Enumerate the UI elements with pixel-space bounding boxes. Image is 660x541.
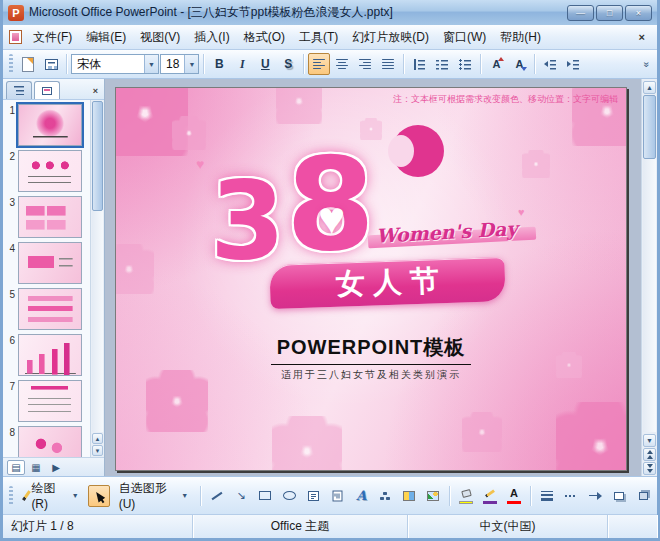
font-name-combo[interactable]: 宋体 ▼	[71, 54, 159, 74]
slide[interactable]: 注：文本框可根据需求改变颜色、移动位置：文字可编辑 ♥ 3 8 ♥ Women'…	[115, 87, 627, 471]
menu-file[interactable]: 文件(F)	[26, 26, 79, 49]
diagram-button[interactable]	[374, 485, 396, 507]
panel-scrollbar[interactable]: ▲ ▼	[90, 100, 104, 457]
line-tool-button[interactable]	[206, 485, 228, 507]
close-document-icon[interactable]: ×	[631, 29, 653, 45]
slide-thumbnail-4[interactable]: 4	[5, 242, 89, 284]
next-slide-button[interactable]	[643, 462, 656, 475]
slide-thumbnail-image[interactable]	[18, 426, 82, 457]
panel-close-icon[interactable]: ×	[93, 86, 101, 99]
text-shadow-button[interactable]: S	[277, 53, 299, 75]
scrollbar-track[interactable]	[643, 95, 656, 432]
menu-slideshow[interactable]: 幻灯片放映(D)	[345, 26, 436, 49]
grow-font-button[interactable]: A	[485, 53, 507, 75]
slide-thumbnail-3[interactable]: 3	[5, 196, 89, 238]
slideshow-button[interactable]: ▶	[47, 460, 65, 475]
close-button[interactable]: ×	[625, 5, 652, 21]
align-justify-button[interactable]	[377, 53, 399, 75]
menu-window[interactable]: 窗口(W)	[436, 26, 493, 49]
slide-thumbnail-image[interactable]	[18, 380, 82, 422]
menu-tools[interactable]: 工具(T)	[292, 26, 345, 49]
shadow-style-button[interactable]	[608, 485, 630, 507]
increase-indent-button[interactable]	[562, 53, 584, 75]
menu-view[interactable]: 视图(V)	[133, 26, 187, 49]
scrollbar-thumb[interactable]	[643, 95, 656, 159]
slide-canvas[interactable]: 注：文本框可根据需求改变颜色、移动位置：文字可编辑 ♥ 3 8 ♥ Women'…	[105, 79, 641, 476]
wordart-button[interactable]: A	[350, 485, 372, 507]
slide-thumbnail-5[interactable]: 5	[5, 288, 89, 330]
align-right-button[interactable]	[354, 53, 376, 75]
slide-thumbnail-2[interactable]: 2	[5, 150, 89, 192]
tab-outline[interactable]	[6, 81, 32, 99]
previous-slide-button[interactable]	[643, 448, 656, 461]
decrease-indent-button[interactable]	[539, 53, 561, 75]
menu-help[interactable]: 帮助(H)	[493, 26, 548, 49]
textbox-tool-button[interactable]	[302, 485, 324, 507]
bullets-button[interactable]	[454, 53, 476, 75]
minimize-button[interactable]: —	[567, 5, 594, 21]
arrow-tool-button[interactable]: ↘	[230, 485, 252, 507]
slide-thumbnail-image[interactable]	[18, 104, 82, 146]
arrow-style-button[interactable]	[584, 485, 606, 507]
line-color-button[interactable]	[479, 485, 501, 507]
select-objects-button[interactable]	[88, 485, 110, 507]
slide-thumbnail-image[interactable]	[18, 196, 82, 238]
scrollbar-thumb[interactable]	[92, 101, 103, 211]
scroll-up-button[interactable]: ▲	[92, 433, 103, 444]
scroll-down-button[interactable]: ▼	[92, 445, 103, 456]
line-spacing-button[interactable]	[408, 53, 430, 75]
slide-thumbnail-image[interactable]	[18, 150, 82, 192]
bold-button[interactable]: B	[208, 53, 230, 75]
scroll-up-button[interactable]: ▲	[643, 81, 656, 94]
normal-view-button[interactable]: ▤	[7, 460, 25, 475]
scrollbar-track[interactable]	[92, 101, 103, 432]
slide-layout-button[interactable]	[40, 53, 62, 75]
font-color-button[interactable]: A	[503, 485, 525, 507]
slide-sorter-button[interactable]: ▦	[27, 460, 45, 475]
insert-picture-button[interactable]	[422, 485, 444, 507]
language-indicator[interactable]: 中文(中国)	[408, 515, 608, 538]
autoshapes-menu-button[interactable]: 自选图形(U) ▼	[112, 477, 196, 514]
scroll-down-button[interactable]: ▼	[643, 434, 656, 447]
menu-edit[interactable]: 编辑(E)	[79, 26, 133, 49]
tab-slides[interactable]	[34, 81, 60, 99]
dash-style-button[interactable]	[560, 485, 582, 507]
numbering-button[interactable]	[431, 53, 453, 75]
slide-thumbnail-image[interactable]	[18, 242, 82, 284]
slide-thumbnail-1[interactable]: 1	[5, 104, 89, 146]
clipart-button[interactable]	[398, 485, 420, 507]
underline-button[interactable]: U	[254, 53, 276, 75]
font-size-combo[interactable]: 18 ▼	[160, 54, 199, 74]
title-bar[interactable]: P Microsoft Office PowerPoint - [三八妇女节pp…	[3, 0, 657, 25]
line-style-button[interactable]	[536, 485, 558, 507]
italic-button[interactable]: I	[231, 53, 253, 75]
theme-indicator[interactable]: Office 主题	[193, 515, 408, 538]
womens-day-logo[interactable]: ♥ 3 8 ♥ Women's Day ♥ 女人节	[210, 143, 540, 313]
align-center-button[interactable]	[331, 53, 353, 75]
new-slide-button[interactable]	[17, 53, 39, 75]
slide-thumbnail-image[interactable]	[18, 288, 82, 330]
maximize-button[interactable]: □	[596, 5, 623, 21]
fill-color-button[interactable]	[455, 485, 477, 507]
toolbar-grip[interactable]	[9, 486, 13, 506]
main-scrollbar[interactable]: ▲ ▼	[641, 79, 657, 476]
slide-thumbnail-7[interactable]: 7	[5, 380, 89, 422]
menu-insert[interactable]: 插入(I)	[187, 26, 236, 49]
menu-format[interactable]: 格式(O)	[237, 26, 292, 49]
slide-title-textbox[interactable]: POWERPOINT模板	[116, 334, 626, 365]
slide-thumbnail-6[interactable]: 6	[5, 334, 89, 376]
draw-menu-button[interactable]: 绘图(R) ▼	[18, 477, 86, 514]
toolbar-options-button[interactable]: »	[640, 53, 654, 75]
chevron-down-icon[interactable]: ▼	[144, 55, 158, 73]
slide-thumbnail-image[interactable]	[18, 334, 82, 376]
3d-style-button[interactable]	[632, 485, 654, 507]
align-left-button[interactable]	[308, 53, 330, 75]
slide-subtitle-textbox[interactable]: 适用于三八妇女节及相关类别演示	[116, 368, 626, 382]
slide-note-textbox[interactable]: 注：文本框可根据需求改变颜色、移动位置：文字可编辑	[393, 93, 618, 106]
vertical-textbox-button[interactable]	[326, 485, 348, 507]
chevron-down-icon[interactable]: ▼	[184, 55, 198, 73]
toolbar-grip[interactable]	[9, 54, 13, 74]
shrink-font-button[interactable]: A	[508, 53, 530, 75]
slide-thumbnail-8[interactable]: 8	[5, 426, 89, 457]
oval-tool-button[interactable]	[278, 485, 300, 507]
